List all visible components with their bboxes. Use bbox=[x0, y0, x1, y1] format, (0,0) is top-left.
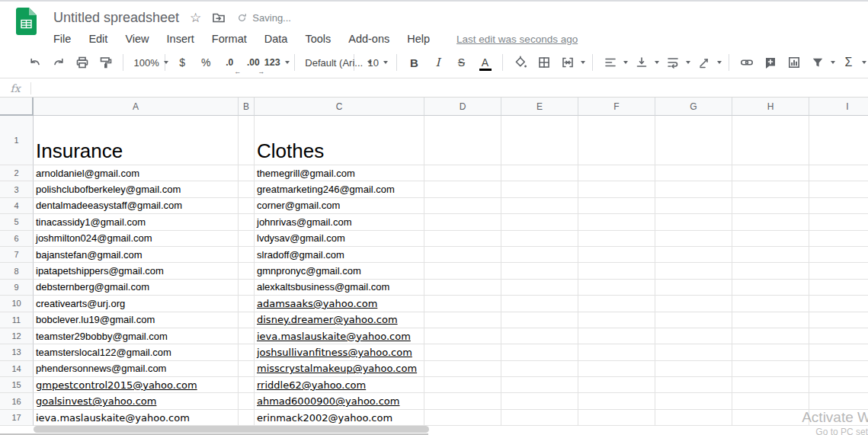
cell-H10[interactable] bbox=[732, 296, 809, 312]
cell-C13[interactable]: joshsullivanfitness@yahoo.com bbox=[255, 344, 424, 360]
cell-E12[interactable] bbox=[501, 328, 578, 344]
strikethrough-button[interactable]: S bbox=[453, 53, 470, 72]
cell-G11[interactable] bbox=[655, 312, 732, 328]
cell-I4[interactable] bbox=[809, 198, 868, 214]
menu-edit[interactable]: Edit bbox=[88, 33, 107, 45]
cell-A13[interactable]: teamsterslocal122@gmail.com bbox=[34, 344, 239, 360]
cell-C16[interactable]: ahmad6000900@yahoo.com bbox=[255, 393, 424, 409]
cell-F9[interactable] bbox=[578, 280, 655, 296]
cell-H8[interactable] bbox=[732, 263, 809, 279]
cell-E9[interactable] bbox=[501, 280, 578, 296]
cell-B9[interactable] bbox=[239, 280, 255, 296]
cell-B5[interactable] bbox=[239, 214, 255, 230]
cell-C9[interactable]: alexkaltsbusiness@gmail.com bbox=[255, 280, 424, 296]
cell-I15[interactable] bbox=[809, 377, 868, 393]
cell-I9[interactable] bbox=[809, 280, 868, 296]
horizontal-align-button[interactable] bbox=[602, 53, 619, 72]
cell-H16[interactable] bbox=[732, 393, 809, 409]
cell-G14[interactable] bbox=[655, 361, 732, 377]
cell-A7[interactable]: bajanstefan@gmail.com bbox=[34, 247, 239, 263]
cell-A8[interactable]: ipatapetshippers@gmail.com bbox=[34, 263, 239, 279]
undo-button[interactable] bbox=[27, 53, 43, 72]
cell-F17[interactable] bbox=[578, 410, 655, 426]
format-percent-button[interactable]: % bbox=[197, 53, 214, 72]
cell-D17[interactable] bbox=[424, 410, 501, 426]
text-rotation-button[interactable] bbox=[696, 53, 713, 72]
cell-B14[interactable] bbox=[239, 361, 255, 377]
cell-H6[interactable] bbox=[732, 231, 809, 247]
cell-F16[interactable] bbox=[578, 393, 655, 409]
cell-C17[interactable]: erinmack2002@yahoo.com bbox=[255, 410, 424, 426]
cell-H15[interactable] bbox=[732, 377, 809, 393]
column-header-D[interactable]: D bbox=[424, 98, 501, 116]
fill-color-button[interactable] bbox=[512, 53, 529, 72]
cell-D13[interactable] bbox=[424, 344, 501, 360]
menu-addons[interactable]: Add-ons bbox=[348, 33, 389, 45]
cell-D2[interactable] bbox=[424, 165, 501, 181]
cell-D12[interactable] bbox=[424, 328, 501, 344]
cell-B16[interactable] bbox=[239, 393, 255, 409]
chevron-down-icon[interactable] bbox=[862, 61, 866, 64]
column-header-I[interactable]: I bbox=[809, 98, 868, 116]
cell-G3[interactable] bbox=[655, 181, 732, 197]
row-header-9[interactable]: 9 bbox=[0, 280, 34, 296]
cell-A10[interactable]: creativearts@urj.org bbox=[34, 296, 239, 312]
cell-A16[interactable]: goalsinvest@yahoo.com bbox=[34, 393, 239, 409]
cell-B15[interactable] bbox=[239, 377, 255, 393]
filter-button[interactable] bbox=[809, 53, 826, 72]
row-header-15[interactable]: 15 bbox=[0, 377, 34, 393]
menu-help[interactable]: Help bbox=[407, 33, 430, 45]
row-header-14[interactable]: 14 bbox=[0, 361, 34, 377]
cell-H14[interactable] bbox=[732, 361, 809, 377]
cell-E13[interactable] bbox=[501, 344, 578, 360]
cell-F11[interactable] bbox=[578, 312, 655, 328]
cell-G16[interactable] bbox=[655, 393, 732, 409]
select-all-corner[interactable] bbox=[0, 98, 34, 116]
cell-F13[interactable] bbox=[578, 344, 655, 360]
row-header-2[interactable]: 2 bbox=[0, 165, 34, 181]
menu-data[interactable]: Data bbox=[264, 33, 288, 45]
row-header-1[interactable]: 1 bbox=[0, 116, 34, 165]
cell-E6[interactable] bbox=[501, 231, 578, 247]
cell-B12[interactable] bbox=[239, 328, 255, 344]
insert-chart-button[interactable] bbox=[786, 53, 802, 72]
column-header-F[interactable]: F bbox=[578, 98, 655, 116]
cell-C8[interactable]: gmnpronyc@gmail.com bbox=[255, 263, 424, 279]
cell-A1[interactable]: Insurance bbox=[34, 116, 239, 165]
cell-C5[interactable]: johnrivas@gmail.com bbox=[255, 214, 424, 230]
cell-C15[interactable]: rriddle62@yahoo.com bbox=[255, 377, 424, 393]
cell-D14[interactable] bbox=[424, 361, 501, 377]
cell-H3[interactable] bbox=[732, 181, 809, 197]
cell-G1[interactable] bbox=[655, 116, 732, 165]
cell-E16[interactable] bbox=[501, 393, 578, 409]
more-formats-button[interactable]: 123 bbox=[268, 53, 285, 72]
cell-H13[interactable] bbox=[732, 344, 809, 360]
cell-A17[interactable]: ieva.maslauskaite@yahoo.com bbox=[34, 410, 239, 426]
cell-B3[interactable] bbox=[239, 181, 255, 197]
decrease-decimal-button[interactable]: .0 ← bbox=[221, 53, 238, 72]
cell-B17[interactable] bbox=[239, 410, 255, 426]
chevron-down-icon[interactable] bbox=[831, 61, 835, 64]
cell-E5[interactable] bbox=[501, 214, 578, 230]
bold-button[interactable]: B bbox=[406, 53, 423, 72]
row-header-5[interactable]: 5 bbox=[0, 214, 34, 230]
cell-B11[interactable] bbox=[239, 312, 255, 328]
cell-F3[interactable] bbox=[578, 181, 655, 197]
column-header-C[interactable]: C bbox=[255, 98, 424, 116]
cell-A9[interactable]: debsternberg@gmail.com bbox=[34, 280, 239, 296]
format-currency-button[interactable]: $ bbox=[174, 53, 191, 72]
cell-H12[interactable] bbox=[732, 328, 809, 344]
row-header-11[interactable]: 11 bbox=[0, 312, 34, 328]
cell-I1[interactable] bbox=[809, 116, 868, 165]
cell-A14[interactable]: phendersonnews@gmail.com bbox=[34, 361, 239, 377]
cell-I6[interactable] bbox=[809, 231, 868, 247]
cell-B10[interactable] bbox=[239, 296, 255, 312]
zoom-select[interactable]: 100% bbox=[133, 53, 156, 72]
row-header-3[interactable]: 3 bbox=[0, 181, 34, 197]
row-header-7[interactable]: 7 bbox=[0, 247, 34, 263]
cell-F6[interactable] bbox=[578, 231, 655, 247]
cell-G7[interactable] bbox=[655, 247, 732, 263]
cell-I3[interactable] bbox=[809, 181, 868, 197]
text-color-button[interactable]: A bbox=[477, 53, 494, 72]
cell-B7[interactable] bbox=[239, 247, 255, 263]
